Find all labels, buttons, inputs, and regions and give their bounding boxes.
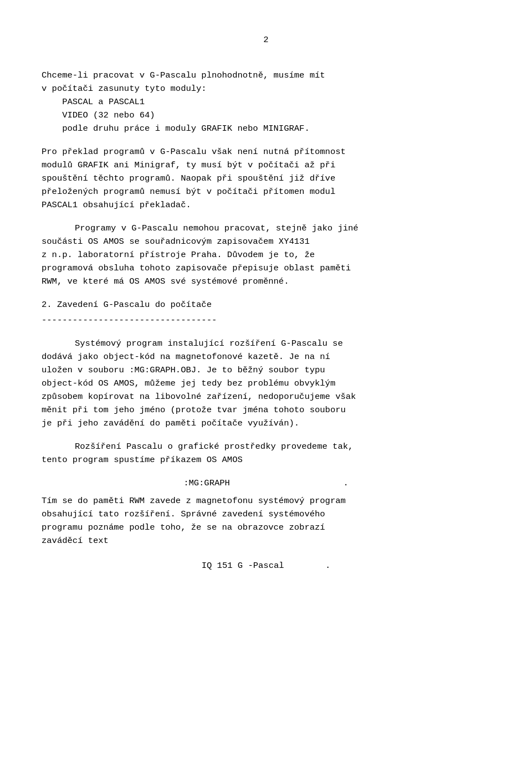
system-paragraph2: Rozšíření Pascalu o grafické prostředky … <box>42 440 490 466</box>
footer-suffix: . <box>325 561 330 571</box>
command-suffix: . <box>344 478 349 488</box>
programs-text: Programy v G-Pascalu nemohou pracovat, s… <box>42 223 359 286</box>
command-line: :MG:GRAPH . <box>42 476 490 490</box>
system-paragraph1: Systémový program instalující rozšíření … <box>42 337 490 430</box>
divider-text: ---------------------------------- <box>42 315 217 325</box>
translation-text: Pro překlad programů v G-Pascalu však ne… <box>42 147 346 210</box>
page: 2 Chceme-li pracovat v G-Pascalu plnohod… <box>0 0 532 769</box>
intro-text: Chceme-li pracovat v G-Pascalu plnohodno… <box>42 70 325 134</box>
programs-paragraph: Programy v G-Pascalu nemohou pracovat, s… <box>42 222 490 288</box>
system-text1: Systémový program instalující rozšíření … <box>42 339 356 428</box>
section-title: 2. Zavedení G-Pascalu do počítače <box>42 298 490 311</box>
section-divider: ---------------------------------- <box>42 314 490 327</box>
section-title-text: 2. Zavedení G-Pascalu do počítače <box>42 300 212 310</box>
page-number-value: 2 <box>263 35 268 45</box>
result-paragraph: Tím se do paměti RWM zavede z magnetofon… <box>42 494 490 547</box>
footer: IQ 151 G -Pascal . <box>42 559 490 572</box>
footer-text: IQ 151 G -Pascal <box>202 561 284 571</box>
command-text: :MG:GRAPH <box>183 478 230 488</box>
page-number: 2 <box>42 33 490 47</box>
result-text: Tím se do paměti RWM zavede z magnetofon… <box>42 496 346 546</box>
intro-paragraph: Chceme-li pracovat v G-Pascalu plnohodno… <box>42 69 490 135</box>
system-text2: Rozšíření Pascalu o grafické prostředky … <box>42 442 353 465</box>
translation-paragraph: Pro překlad programů v G-Pascalu však ne… <box>42 145 490 212</box>
